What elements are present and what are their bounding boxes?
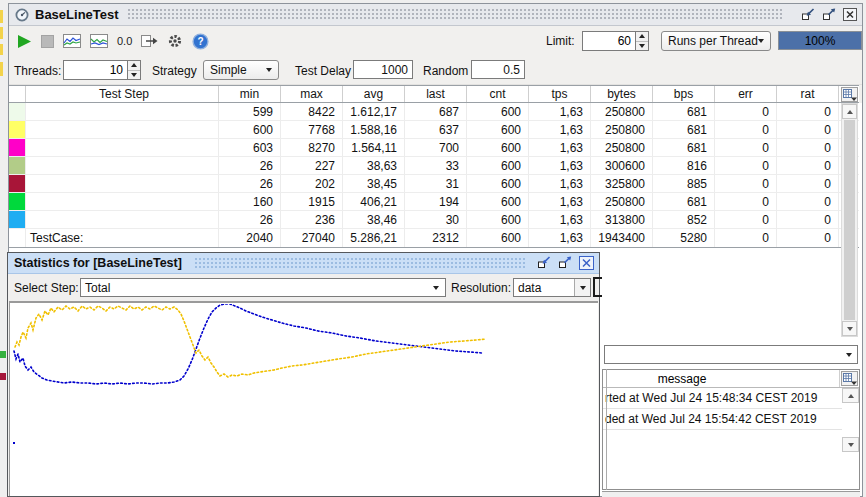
max-cell: 202 bbox=[281, 175, 343, 192]
statistics-graph-button[interactable] bbox=[63, 34, 81, 48]
chevron-down-icon[interactable] bbox=[574, 279, 590, 296]
close-icon[interactable] bbox=[579, 256, 594, 270]
limit-input[interactable]: 60 bbox=[582, 31, 635, 51]
cnt-cell: 600 bbox=[467, 139, 529, 156]
table-row[interactable]: 2620238,45316001,6332580088500 bbox=[9, 175, 859, 193]
scrollbar-thumb[interactable] bbox=[844, 120, 855, 320]
column-options-icon[interactable] bbox=[839, 370, 859, 387]
clipped-toolbar-fragment bbox=[593, 277, 602, 297]
tps-cell: 1,63 bbox=[529, 211, 591, 228]
scroll-down-icon[interactable] bbox=[842, 437, 859, 452]
dock-maximize-icon[interactable] bbox=[822, 8, 836, 21]
table-row[interactable]: 59984221.612,176876001,6325080068100 bbox=[9, 103, 859, 121]
tps-cell: 1,63 bbox=[529, 157, 591, 174]
step-color-swatch bbox=[9, 229, 26, 247]
gear-icon[interactable] bbox=[167, 33, 183, 49]
help-icon[interactable]: ? bbox=[192, 33, 209, 50]
export-icon[interactable] bbox=[141, 34, 158, 48]
strategy-select[interactable]: Simple bbox=[203, 60, 279, 80]
bytes-cell: 300600 bbox=[591, 157, 653, 174]
threads-spin-down-icon[interactable] bbox=[128, 71, 140, 80]
stats-chart-svg bbox=[12, 304, 598, 495]
statistics-titlebar[interactable]: Statistics for [BaseLineTest] bbox=[8, 253, 599, 274]
log-row[interactable]: rted at Wed Jul 24 15:48:34 CEST 2019 bbox=[603, 388, 842, 409]
test-delay-input[interactable]: 1000 bbox=[353, 60, 413, 79]
err-cell: 0 bbox=[715, 193, 777, 210]
select-step-combo[interactable]: Total bbox=[80, 278, 446, 297]
close-icon[interactable] bbox=[843, 8, 857, 21]
test-step-cell bbox=[26, 211, 219, 228]
limit-spin-down-icon[interactable] bbox=[636, 42, 648, 51]
step-color-swatch bbox=[9, 193, 26, 210]
scroll-up-icon[interactable] bbox=[842, 388, 859, 403]
column-options-icon[interactable] bbox=[839, 86, 859, 102]
strategy-value: Simple bbox=[210, 63, 247, 77]
rat-cell: 0 bbox=[777, 139, 839, 156]
resolution-combo[interactable]: data bbox=[513, 278, 591, 297]
threads-spin-up-icon[interactable] bbox=[128, 61, 140, 71]
limit-mode-select[interactable]: Runs per Thread bbox=[661, 31, 771, 51]
progress-bar: 100% bbox=[778, 31, 862, 50]
column-header-tps: tps bbox=[529, 86, 591, 102]
avg-cell: 38,45 bbox=[343, 175, 405, 192]
tps-cell: 1,63 bbox=[529, 121, 591, 138]
log-hscroll-track[interactable] bbox=[602, 491, 860, 497]
threads-input[interactable]: 10 bbox=[63, 60, 127, 80]
log-row[interactable]: ded at Wed Jul 24 15:54:42 CEST 2019 bbox=[603, 409, 842, 430]
max-cell: 1915 bbox=[281, 193, 343, 210]
statistics-window: Statistics for [BaseLineTest] Select Ste… bbox=[7, 252, 600, 497]
table-row[interactable]: 2623638,46306001,6331380085200 bbox=[9, 211, 859, 229]
column-header-err: err bbox=[715, 86, 777, 102]
stop-button[interactable] bbox=[41, 35, 54, 48]
avg-cell: 1.564,11 bbox=[343, 139, 405, 156]
limit-spinner: 60 bbox=[582, 31, 649, 51]
table-scrollbar[interactable] bbox=[841, 103, 858, 337]
dock-minimize-icon[interactable] bbox=[801, 8, 815, 21]
column-header-avg: avg bbox=[343, 86, 405, 102]
chevron-down-icon bbox=[758, 39, 764, 43]
log-step-select[interactable] bbox=[604, 345, 858, 364]
bytes-cell: 250800 bbox=[591, 139, 653, 156]
log-table-header: message bbox=[603, 370, 859, 388]
avg-cell: 1.612,17 bbox=[343, 103, 405, 120]
loadtest-titlebar[interactable]: BaseLineTest bbox=[9, 4, 862, 26]
table-row[interactable]: 2622738,63336001,6330060081600 bbox=[9, 157, 859, 175]
test-step-cell bbox=[26, 157, 219, 174]
dock-maximize-icon[interactable] bbox=[558, 256, 572, 270]
log-scrollbar[interactable] bbox=[842, 388, 859, 452]
run-button[interactable] bbox=[17, 34, 32, 49]
statistics-toolbar: Select Step: Total Resolution: data bbox=[8, 274, 599, 301]
bytes-cell: 313800 bbox=[591, 211, 653, 228]
table-row[interactable]: 1601915406,211946001,6325080068100 bbox=[9, 193, 859, 211]
random-input[interactable]: 0.5 bbox=[471, 60, 525, 79]
column-header-max: max bbox=[281, 86, 343, 102]
threads-spinner: 10 bbox=[63, 60, 141, 80]
tps-cell: 1,63 bbox=[529, 229, 591, 247]
bps-cell: 5280 bbox=[653, 229, 715, 247]
min-cell: 26 bbox=[219, 157, 281, 174]
statistics-history-graph-button[interactable] bbox=[90, 34, 108, 48]
stats-table-body: 59984221.612,176876001,63250800681006007… bbox=[9, 103, 859, 248]
bps-cell: 681 bbox=[653, 121, 715, 138]
last-cell: 2312 bbox=[405, 229, 467, 247]
test-step-cell bbox=[26, 139, 219, 156]
bytes-cell: 250800 bbox=[591, 103, 653, 120]
scroll-down-icon[interactable] bbox=[842, 321, 857, 336]
blue-series bbox=[14, 304, 482, 384]
clipped-fragment bbox=[0, 27, 3, 39]
table-row[interactable]: 60382701.564,117006001,6325080068100 bbox=[9, 139, 859, 157]
min-cell: 600 bbox=[219, 121, 281, 138]
dock-minimize-icon[interactable] bbox=[537, 256, 551, 270]
scroll-up-icon[interactable] bbox=[842, 104, 857, 119]
bytes-cell: 250800 bbox=[591, 121, 653, 138]
cnt-cell: 600 bbox=[467, 211, 529, 228]
table-row[interactable]: 60077681.588,166376001,6325080068100 bbox=[9, 121, 859, 139]
limit-spin-up-icon[interactable] bbox=[636, 32, 648, 42]
chevron-down-icon bbox=[266, 68, 272, 72]
max-cell: 7768 bbox=[281, 121, 343, 138]
min-cell: 26 bbox=[219, 175, 281, 192]
tps-cell: 1,63 bbox=[529, 193, 591, 210]
cnt-cell: 600 bbox=[467, 193, 529, 210]
table-row[interactable]: TestCase:2040270405.286,2123126001,63194… bbox=[9, 229, 859, 247]
bps-cell: 681 bbox=[653, 193, 715, 210]
